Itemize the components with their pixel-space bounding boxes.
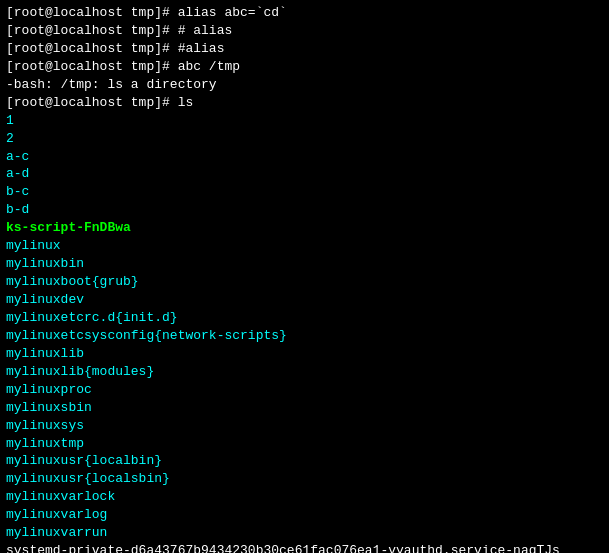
ls-entry-22: mylinuxvarlock [6,488,115,506]
ls-entry-14: mylinuxlib [6,345,84,363]
ls-6: b-d [6,201,603,219]
ls-entry-17: mylinuxsbin [6,399,92,417]
ls-entry-18: mylinuxsys [6,417,84,435]
ls-entry-13: mylinuxetcsysconfig{network-scripts} [6,327,287,345]
ls-18: mylinuxsys [6,417,603,435]
ls-24: mylinuxvarrun [6,524,603,542]
ls-21: mylinuxusr{localsbin} [6,470,603,488]
ls-17: mylinuxsbin [6,399,603,417]
ls-4: a-d [6,165,603,183]
ls-entry-12: mylinuxetcrc.d{init.d} [6,309,178,327]
line-5-error: -bash: /tmp: ls a directory [6,76,603,94]
ls-14: mylinuxlib [6,345,603,363]
ls-entry-10: mylinuxboot{grub} [6,273,139,291]
ls-entry-4: a-d [6,165,29,183]
ls-entry-5: b-c [6,183,29,201]
cmd-2: # alias [178,22,233,40]
ls-entry-25: systemd-private-d6a43767b9434230b30ce61f… [6,542,560,553]
ls-entry-23: mylinuxvarlog [6,506,107,524]
ls-entry-11: mylinuxdev [6,291,84,309]
ls-entry-3: a-c [6,148,29,166]
error-text: -bash: /tmp: ls a directory [6,76,217,94]
line-2: [root@localhost tmp]# # alias [6,22,603,40]
cmd-6: ls [178,94,194,112]
line-6: [root@localhost tmp]# ls [6,94,603,112]
ls-entry-9: mylinuxbin [6,255,84,273]
ls-3: a-c [6,148,603,166]
ls-5: b-c [6,183,603,201]
line-3: [root@localhost tmp]# #alias [6,40,603,58]
ls-9: mylinuxbin [6,255,603,273]
ls-entry-19: mylinuxtmp [6,435,84,453]
ls-25: systemd-private-d6a43767b9434230b30ce61f… [6,542,603,553]
prompt-3: [root@localhost tmp]# [6,40,178,58]
cmd-3: #alias [178,40,225,58]
prompt-2: [root@localhost tmp]# [6,22,178,40]
ls-entry-6: b-d [6,201,29,219]
ls-entry-21: mylinuxusr{localsbin} [6,470,170,488]
ls-entry-8: mylinux [6,237,61,255]
ls-entry-16: mylinuxproc [6,381,92,399]
ls-10: mylinuxboot{grub} [6,273,603,291]
prompt-1: [root@localhost tmp]# [6,4,178,22]
ls-entry-2: 2 [6,130,14,148]
line-1: [root@localhost tmp]# alias abc=`cd` [6,4,603,22]
ls-19: mylinuxtmp [6,435,603,453]
prompt-6: [root@localhost tmp]# [6,94,178,112]
ls-13: mylinuxetcsysconfig{network-scripts} [6,327,603,345]
ls-entry-7: ks-script-FnDBwa [6,219,131,237]
cmd-4: abc /tmp [178,58,240,76]
ls-11: mylinuxdev [6,291,603,309]
ls-2: 2 [6,130,603,148]
ls-entry-20: mylinuxusr{localbin} [6,452,162,470]
line-4: [root@localhost tmp]# abc /tmp [6,58,603,76]
ls-entry-1: 1 [6,112,14,130]
ls-12: mylinuxetcrc.d{init.d} [6,309,603,327]
ls-7: ks-script-FnDBwa [6,219,603,237]
ls-entry-15: mylinuxlib{modules} [6,363,154,381]
ls-15: mylinuxlib{modules} [6,363,603,381]
prompt-4: [root@localhost tmp]# [6,58,178,76]
ls-entry-24: mylinuxvarrun [6,524,107,542]
terminal-window: [root@localhost tmp]# alias abc=`cd` [ro… [0,0,609,553]
ls-16: mylinuxproc [6,381,603,399]
ls-23: mylinuxvarlog [6,506,603,524]
ls-1: 1 [6,112,603,130]
ls-8: mylinux [6,237,603,255]
cmd-1: alias abc=`cd` [178,4,287,22]
ls-20: mylinuxusr{localbin} [6,452,603,470]
ls-22: mylinuxvarlock [6,488,603,506]
